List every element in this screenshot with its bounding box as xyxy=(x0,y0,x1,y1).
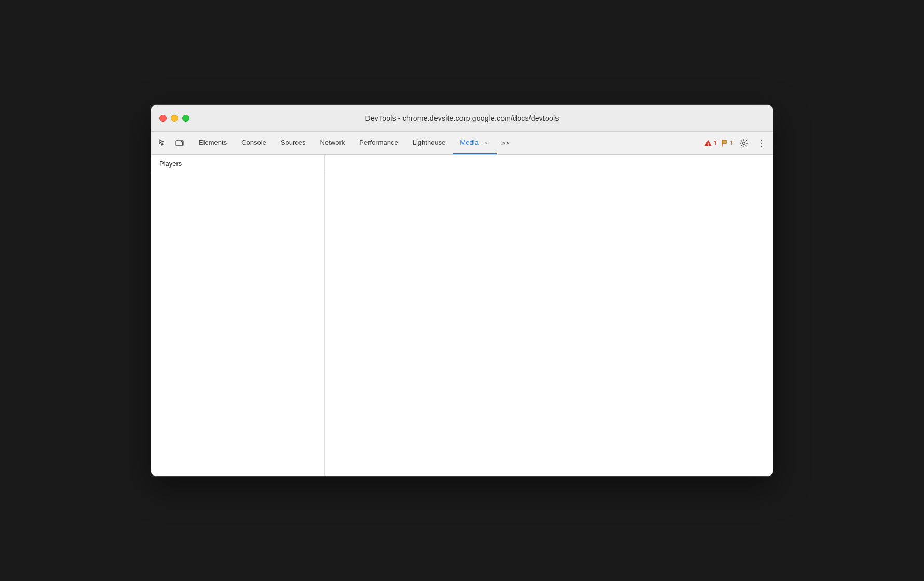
tab-performance[interactable]: Performance xyxy=(352,132,405,154)
more-button[interactable]: ⋮ xyxy=(754,136,769,150)
settings-button[interactable] xyxy=(737,136,751,150)
tab-elements[interactable]: Elements xyxy=(192,132,234,154)
devtools-window: DevTools - chrome.devsite.corp.google.co… xyxy=(151,104,773,477)
device-toggle-button[interactable] xyxy=(172,135,187,151)
warning-icon: ! xyxy=(704,139,712,147)
toolbar-right: ! 1 1 ⋮ xyxy=(704,136,769,150)
info-count: 1 xyxy=(730,140,733,147)
toolbar-icons xyxy=(155,135,187,151)
svg-text:!: ! xyxy=(707,142,709,146)
sidebar-players-header: Players xyxy=(151,155,324,173)
toolbar: Elements Console Sources Network Perform… xyxy=(151,132,773,155)
flag-icon xyxy=(720,139,728,147)
tab-lighthouse[interactable]: Lighthouse xyxy=(405,132,453,154)
traffic-lights xyxy=(159,115,189,122)
svg-rect-1 xyxy=(181,141,183,145)
inspector-icon xyxy=(158,139,168,148)
tabs: Elements Console Sources Network Perform… xyxy=(192,132,704,154)
device-icon xyxy=(175,139,184,148)
content-area: Players xyxy=(151,155,773,476)
svg-point-3 xyxy=(743,142,745,144)
maximize-button[interactable] xyxy=(182,115,189,122)
close-button[interactable] xyxy=(159,115,167,122)
tab-sources[interactable]: Sources xyxy=(274,132,313,154)
info-badge[interactable]: 1 xyxy=(720,139,733,147)
window-title: DevTools - chrome.devsite.corp.google.co… xyxy=(365,114,559,122)
tab-media[interactable]: Media × xyxy=(453,132,497,154)
inspector-icon-button[interactable] xyxy=(155,135,171,151)
more-icon: ⋮ xyxy=(757,137,766,149)
tab-network[interactable]: Network xyxy=(313,132,352,154)
tab-console[interactable]: Console xyxy=(234,132,274,154)
warning-badge[interactable]: ! 1 xyxy=(704,139,717,147)
title-bar: DevTools - chrome.devsite.corp.google.co… xyxy=(151,105,773,132)
tab-overflow-button[interactable]: >> xyxy=(497,139,513,147)
main-content xyxy=(325,155,773,476)
minimize-button[interactable] xyxy=(171,115,178,122)
sidebar: Players xyxy=(151,155,325,476)
warning-count: 1 xyxy=(714,140,717,147)
settings-icon xyxy=(739,139,749,148)
tab-media-close[interactable]: × xyxy=(482,139,490,147)
